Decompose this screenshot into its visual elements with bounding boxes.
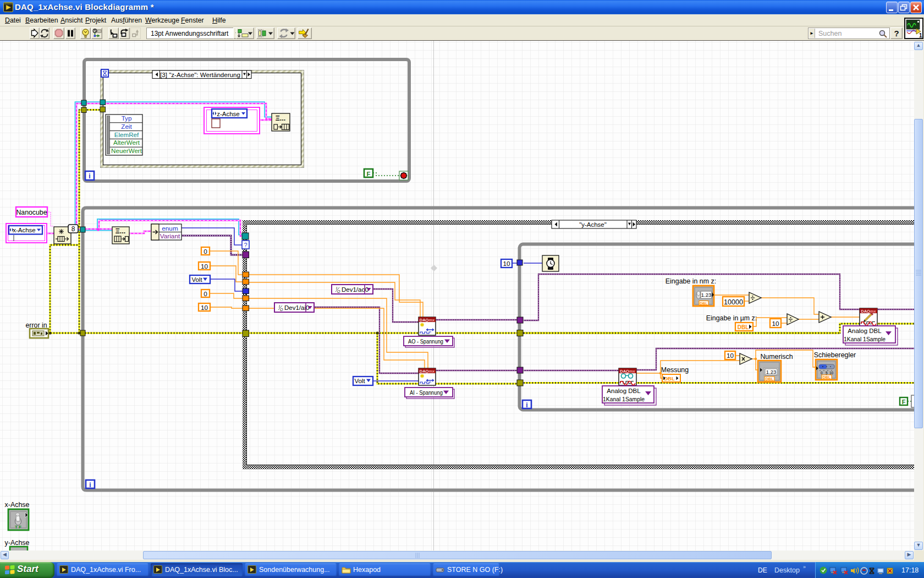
svg-text:Nanocube: Nanocube <box>16 209 47 216</box>
svg-text:10: 10 <box>201 263 208 270</box>
svg-text:DBL: DBL <box>766 377 774 381</box>
svg-text:Ξ...: Ξ... <box>116 227 125 235</box>
svg-text:Eingabe in µm z:: Eingabe in µm z: <box>706 314 757 322</box>
svg-text:AlterWert: AlterWert <box>113 139 140 146</box>
svg-text:F: F <box>902 399 906 405</box>
svg-text:[3] "z-Achse": Wertänderung: [3] "z-Achse": Wertänderung <box>160 71 240 78</box>
svg-text:Ξ...: Ξ... <box>276 114 285 122</box>
svg-text:1Kanal 1Sample: 1Kanal 1Sample <box>603 396 645 402</box>
svg-text:T F: T F <box>15 525 21 530</box>
svg-text:DAQmx: DAQmx <box>420 369 435 374</box>
svg-text:Numerisch: Numerisch <box>760 353 793 361</box>
svg-text:10: 10 <box>201 304 208 312</box>
svg-text:x-Achse: x-Achse <box>5 501 30 509</box>
svg-text:0: 0 <box>204 290 207 298</box>
svg-text:Variant: Variant <box>160 232 180 240</box>
svg-text:Zeit: Zeit <box>121 123 132 130</box>
svg-text:O: O <box>337 290 340 293</box>
svg-text:ElemRef: ElemRef <box>114 131 139 138</box>
svg-text:5: 5 <box>826 371 828 375</box>
svg-text:?: ? <box>244 242 247 248</box>
svg-text:y-Achse: y-Achse <box>5 539 30 547</box>
svg-text:AI - Spannung: AI - Spannung <box>410 389 443 396</box>
svg-text:O: O <box>280 308 283 312</box>
svg-text:Schieberegler: Schieberegler <box>814 351 856 359</box>
svg-text:0: 0 <box>204 248 207 255</box>
svg-text:8: 8 <box>72 225 75 233</box>
svg-text:0: 0 <box>821 371 823 375</box>
svg-text:i: i <box>89 172 90 180</box>
svg-text:x-Achse: x-Achse <box>13 227 36 233</box>
svg-text:DBL: DBL <box>738 324 749 330</box>
svg-text:DAQmx: DAQmx <box>620 369 635 374</box>
svg-text:Analog DBL: Analog DBL <box>607 388 641 394</box>
svg-text:z-Achse: z-Achse <box>217 111 240 117</box>
svg-text:DAQmx: DAQmx <box>420 318 435 323</box>
svg-text:1.23: 1.23 <box>766 369 777 375</box>
svg-text:DAQmx: DAQmx <box>861 309 876 314</box>
svg-text:DBL: DBL <box>823 375 831 379</box>
svg-text:Analog DBL: Analog DBL <box>848 328 882 334</box>
svg-text:NeuerWert: NeuerWert <box>111 147 142 154</box>
svg-text:10: 10 <box>772 320 779 328</box>
svg-text:10: 10 <box>727 352 734 359</box>
svg-text:Messung: Messung <box>661 366 689 374</box>
svg-text:i: i <box>526 401 527 409</box>
svg-text:i: i <box>89 481 91 489</box>
svg-text:Volt: Volt <box>354 378 365 384</box>
svg-text:1Kanal 1Sample: 1Kanal 1Sample <box>844 336 886 342</box>
svg-text:1.23: 1.23 <box>701 292 712 298</box>
svg-text:10000: 10000 <box>724 298 743 306</box>
svg-text:Volt: Volt <box>191 276 202 283</box>
svg-text:"y-Achse": "y-Achse" <box>579 221 607 228</box>
svg-text:enum: enum <box>162 225 178 232</box>
svg-text:10: 10 <box>829 371 834 375</box>
svg-text:1: 1 <box>919 32 922 39</box>
svg-text:10: 10 <box>503 260 510 268</box>
svg-text:DBL: DBL <box>664 375 675 381</box>
svg-text:DBL: DBL <box>700 302 708 306</box>
svg-text:F: F <box>366 171 370 177</box>
svg-text:Eingabe in nm z:: Eingabe in nm z: <box>666 277 716 285</box>
svg-text:Typ: Typ <box>122 114 132 122</box>
svg-text:AO - Spannung: AO - Spannung <box>408 338 443 345</box>
